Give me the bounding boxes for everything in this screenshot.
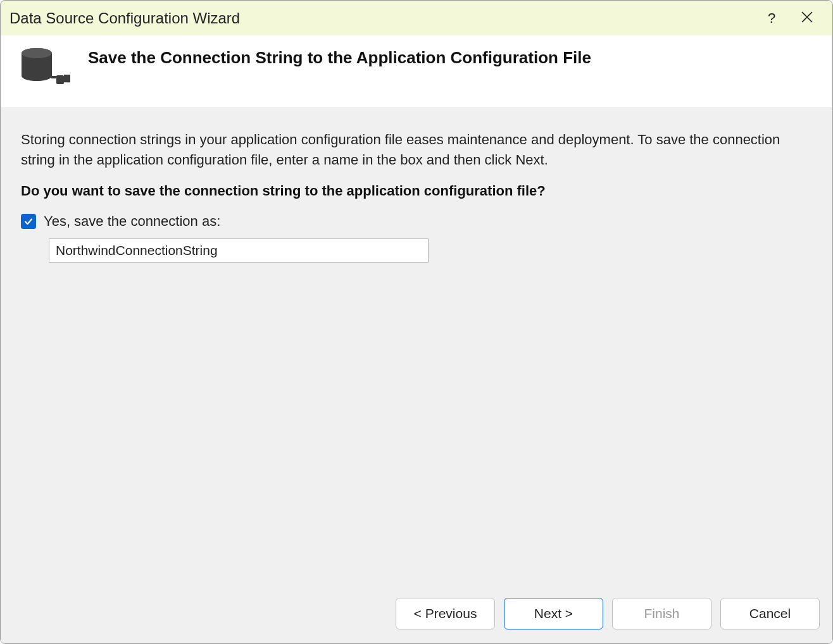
wizard-window: Data Source Configuration Wizard ?: [0, 0, 833, 644]
close-button[interactable]: [789, 6, 825, 31]
svg-point-4: [22, 71, 52, 81]
connection-name-input[interactable]: [49, 238, 429, 263]
footer-button-bar: < Previous Next > Finish Cancel: [1, 586, 832, 643]
description-text: Storing connection strings in your appli…: [21, 130, 812, 170]
svg-point-5: [22, 48, 52, 58]
finish-button[interactable]: Finish: [612, 598, 711, 629]
previous-button[interactable]: < Previous: [396, 598, 495, 629]
database-plug-icon: [20, 47, 72, 89]
save-connection-label: Yes, save the connection as:: [44, 213, 220, 230]
content-area: Storing connection strings in your appli…: [1, 108, 832, 586]
page-heading: Save the Connection String to the Applic…: [88, 48, 591, 68]
titlebar: Data Source Configuration Wizard ?: [1, 1, 832, 35]
help-button[interactable]: ?: [754, 6, 789, 31]
next-button[interactable]: Next >: [504, 598, 603, 629]
close-icon: [801, 10, 813, 27]
header-panel: Save the Connection String to the Applic…: [1, 35, 832, 108]
window-title: Data Source Configuration Wizard: [9, 9, 754, 27]
save-connection-checkbox[interactable]: [21, 214, 36, 229]
question-text: Do you want to save the connection strin…: [21, 183, 812, 199]
svg-rect-6: [56, 75, 64, 84]
help-icon: ?: [768, 10, 775, 27]
cancel-button[interactable]: Cancel: [720, 598, 820, 629]
save-connection-checkbox-row: Yes, save the connection as:: [21, 213, 812, 230]
checkmark-icon: [23, 216, 34, 226]
